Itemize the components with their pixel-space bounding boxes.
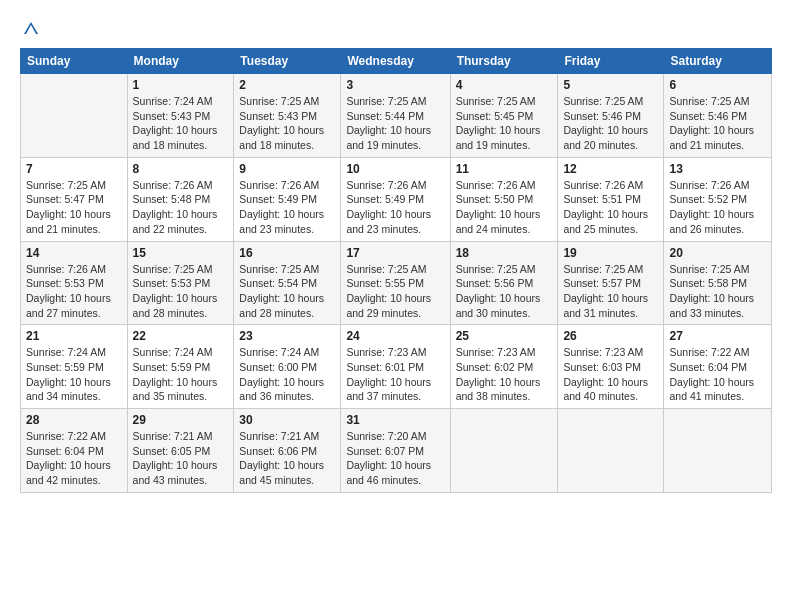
day-info: Sunrise: 7:24 AM Sunset: 5:59 PM Dayligh… [26,345,122,404]
day-info: Sunrise: 7:25 AM Sunset: 5:46 PM Dayligh… [669,94,766,153]
column-header-tuesday: Tuesday [234,49,341,74]
day-number: 21 [26,329,122,343]
day-info: Sunrise: 7:25 AM Sunset: 5:55 PM Dayligh… [346,262,444,321]
day-info: Sunrise: 7:24 AM Sunset: 5:43 PM Dayligh… [133,94,229,153]
day-cell: 28Sunrise: 7:22 AM Sunset: 6:04 PM Dayli… [21,409,128,493]
day-info: Sunrise: 7:25 AM Sunset: 5:56 PM Dayligh… [456,262,553,321]
day-number: 3 [346,78,444,92]
day-info: Sunrise: 7:26 AM Sunset: 5:49 PM Dayligh… [239,178,335,237]
column-header-wednesday: Wednesday [341,49,450,74]
day-number: 8 [133,162,229,176]
day-number: 1 [133,78,229,92]
week-row-1: 1Sunrise: 7:24 AM Sunset: 5:43 PM Daylig… [21,74,772,158]
logo [20,20,40,40]
day-info: Sunrise: 7:21 AM Sunset: 6:05 PM Dayligh… [133,429,229,488]
day-info: Sunrise: 7:26 AM Sunset: 5:48 PM Dayligh… [133,178,229,237]
day-cell: 12Sunrise: 7:26 AM Sunset: 5:51 PM Dayli… [558,157,664,241]
day-cell [558,409,664,493]
day-number: 2 [239,78,335,92]
day-cell [21,74,128,158]
day-info: Sunrise: 7:26 AM Sunset: 5:50 PM Dayligh… [456,178,553,237]
day-info: Sunrise: 7:22 AM Sunset: 6:04 PM Dayligh… [669,345,766,404]
day-cell [450,409,558,493]
week-row-2: 7Sunrise: 7:25 AM Sunset: 5:47 PM Daylig… [21,157,772,241]
day-cell: 9Sunrise: 7:26 AM Sunset: 5:49 PM Daylig… [234,157,341,241]
day-number: 4 [456,78,553,92]
day-number: 13 [669,162,766,176]
day-info: Sunrise: 7:21 AM Sunset: 6:06 PM Dayligh… [239,429,335,488]
week-row-3: 14Sunrise: 7:26 AM Sunset: 5:53 PM Dayli… [21,241,772,325]
column-header-sunday: Sunday [21,49,128,74]
day-number: 23 [239,329,335,343]
day-number: 17 [346,246,444,260]
day-cell: 7Sunrise: 7:25 AM Sunset: 5:47 PM Daylig… [21,157,128,241]
day-cell: 4Sunrise: 7:25 AM Sunset: 5:45 PM Daylig… [450,74,558,158]
day-cell: 26Sunrise: 7:23 AM Sunset: 6:03 PM Dayli… [558,325,664,409]
day-info: Sunrise: 7:25 AM Sunset: 5:57 PM Dayligh… [563,262,658,321]
day-info: Sunrise: 7:22 AM Sunset: 6:04 PM Dayligh… [26,429,122,488]
day-number: 20 [669,246,766,260]
day-cell: 27Sunrise: 7:22 AM Sunset: 6:04 PM Dayli… [664,325,772,409]
day-info: Sunrise: 7:25 AM Sunset: 5:44 PM Dayligh… [346,94,444,153]
day-info: Sunrise: 7:25 AM Sunset: 5:58 PM Dayligh… [669,262,766,321]
day-info: Sunrise: 7:23 AM Sunset: 6:03 PM Dayligh… [563,345,658,404]
day-cell: 3Sunrise: 7:25 AM Sunset: 5:44 PM Daylig… [341,74,450,158]
day-info: Sunrise: 7:25 AM Sunset: 5:54 PM Dayligh… [239,262,335,321]
day-cell: 29Sunrise: 7:21 AM Sunset: 6:05 PM Dayli… [127,409,234,493]
column-header-monday: Monday [127,49,234,74]
day-number: 7 [26,162,122,176]
day-cell: 8Sunrise: 7:26 AM Sunset: 5:48 PM Daylig… [127,157,234,241]
column-header-thursday: Thursday [450,49,558,74]
calendar-table: SundayMondayTuesdayWednesdayThursdayFrid… [20,48,772,493]
header [20,16,772,40]
day-cell: 17Sunrise: 7:25 AM Sunset: 5:55 PM Dayli… [341,241,450,325]
day-info: Sunrise: 7:24 AM Sunset: 5:59 PM Dayligh… [133,345,229,404]
day-number: 9 [239,162,335,176]
day-cell: 11Sunrise: 7:26 AM Sunset: 5:50 PM Dayli… [450,157,558,241]
day-info: Sunrise: 7:25 AM Sunset: 5:47 PM Dayligh… [26,178,122,237]
day-number: 18 [456,246,553,260]
day-cell: 2Sunrise: 7:25 AM Sunset: 5:43 PM Daylig… [234,74,341,158]
calendar-header-row: SundayMondayTuesdayWednesdayThursdayFrid… [21,49,772,74]
day-info: Sunrise: 7:25 AM Sunset: 5:45 PM Dayligh… [456,94,553,153]
day-cell: 14Sunrise: 7:26 AM Sunset: 5:53 PM Dayli… [21,241,128,325]
column-header-saturday: Saturday [664,49,772,74]
day-info: Sunrise: 7:25 AM Sunset: 5:43 PM Dayligh… [239,94,335,153]
day-info: Sunrise: 7:20 AM Sunset: 6:07 PM Dayligh… [346,429,444,488]
day-info: Sunrise: 7:26 AM Sunset: 5:49 PM Dayligh… [346,178,444,237]
day-info: Sunrise: 7:23 AM Sunset: 6:02 PM Dayligh… [456,345,553,404]
day-number: 16 [239,246,335,260]
day-number: 19 [563,246,658,260]
day-info: Sunrise: 7:25 AM Sunset: 5:46 PM Dayligh… [563,94,658,153]
day-number: 29 [133,413,229,427]
page-container: SundayMondayTuesdayWednesdayThursdayFrid… [0,0,792,503]
day-info: Sunrise: 7:23 AM Sunset: 6:01 PM Dayligh… [346,345,444,404]
day-number: 12 [563,162,658,176]
day-cell: 31Sunrise: 7:20 AM Sunset: 6:07 PM Dayli… [341,409,450,493]
day-info: Sunrise: 7:24 AM Sunset: 6:00 PM Dayligh… [239,345,335,404]
day-cell: 6Sunrise: 7:25 AM Sunset: 5:46 PM Daylig… [664,74,772,158]
day-number: 22 [133,329,229,343]
day-info: Sunrise: 7:26 AM Sunset: 5:51 PM Dayligh… [563,178,658,237]
day-cell: 30Sunrise: 7:21 AM Sunset: 6:06 PM Dayli… [234,409,341,493]
day-cell: 18Sunrise: 7:25 AM Sunset: 5:56 PM Dayli… [450,241,558,325]
day-cell: 20Sunrise: 7:25 AM Sunset: 5:58 PM Dayli… [664,241,772,325]
day-number: 10 [346,162,444,176]
day-number: 6 [669,78,766,92]
week-row-5: 28Sunrise: 7:22 AM Sunset: 6:04 PM Dayli… [21,409,772,493]
day-info: Sunrise: 7:26 AM Sunset: 5:52 PM Dayligh… [669,178,766,237]
day-cell: 22Sunrise: 7:24 AM Sunset: 5:59 PM Dayli… [127,325,234,409]
day-number: 11 [456,162,553,176]
day-number: 25 [456,329,553,343]
day-info: Sunrise: 7:25 AM Sunset: 5:53 PM Dayligh… [133,262,229,321]
logo-icon [22,20,40,40]
day-cell: 19Sunrise: 7:25 AM Sunset: 5:57 PM Dayli… [558,241,664,325]
day-number: 5 [563,78,658,92]
week-row-4: 21Sunrise: 7:24 AM Sunset: 5:59 PM Dayli… [21,325,772,409]
day-cell: 15Sunrise: 7:25 AM Sunset: 5:53 PM Dayli… [127,241,234,325]
day-number: 30 [239,413,335,427]
day-info: Sunrise: 7:26 AM Sunset: 5:53 PM Dayligh… [26,262,122,321]
day-number: 14 [26,246,122,260]
day-cell: 5Sunrise: 7:25 AM Sunset: 5:46 PM Daylig… [558,74,664,158]
day-cell: 23Sunrise: 7:24 AM Sunset: 6:00 PM Dayli… [234,325,341,409]
